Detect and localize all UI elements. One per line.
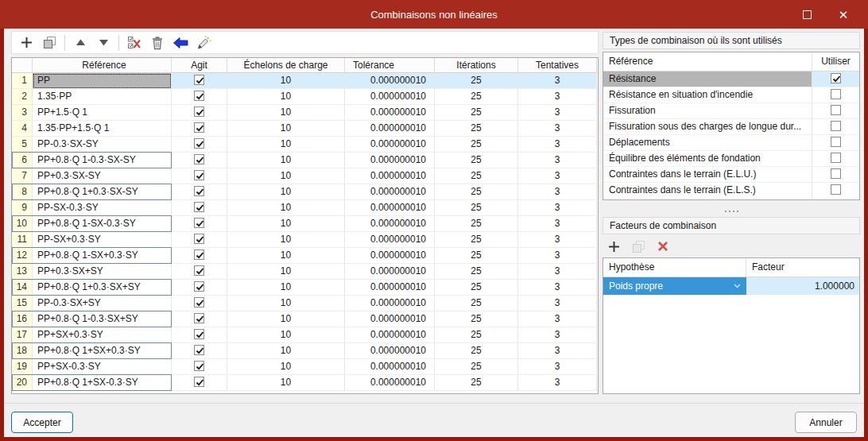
row-number-cell[interactable]: 8 xyxy=(12,184,33,200)
tolerance-cell[interactable]: 0.000000010 xyxy=(345,121,435,137)
echelons-cell[interactable]: 10 xyxy=(227,216,345,232)
cancel-button[interactable]: Annuler xyxy=(795,412,857,433)
table-row[interactable]: 14PP+0.8·Q 1+0.3·SX+SY100.000000010253 xyxy=(12,280,598,296)
echelons-cell[interactable]: 10 xyxy=(227,168,345,184)
row-number-cell[interactable]: 7 xyxy=(12,168,33,184)
column-header[interactable]: Hypothèse xyxy=(603,258,746,277)
agit-cell[interactable] xyxy=(172,153,227,168)
agit-checkbox[interactable] xyxy=(194,122,204,133)
table-row[interactable]: 19PP+SX-0.3·SY100.000000010253 xyxy=(12,359,598,375)
iterations-cell[interactable]: 25 xyxy=(435,343,518,359)
tentatives-cell[interactable]: 3 xyxy=(518,296,597,311)
echelons-cell[interactable]: 10 xyxy=(227,153,345,168)
iterations-cell[interactable]: 25 xyxy=(435,73,518,89)
tentatives-cell[interactable]: 3 xyxy=(518,73,597,89)
table-row[interactable]: 12PP+0.8·Q 1-SX+0.3·SY100.000000010253 xyxy=(12,248,598,264)
tolerance-cell[interactable]: 0.000000010 xyxy=(345,200,435,216)
reference-cell[interactable]: PP-0.3·SX-SY xyxy=(33,137,172,153)
agit-cell[interactable] xyxy=(172,343,227,359)
agit-cell[interactable] xyxy=(172,311,227,327)
echelons-cell[interactable]: 10 xyxy=(227,121,345,137)
row-number-cell[interactable]: 1 xyxy=(12,73,33,89)
reference-cell[interactable]: PP+SX+0.3·SY xyxy=(33,327,172,343)
reference-cell[interactable]: PP+0.8·Q 1-SX-0.3·SY xyxy=(33,216,172,232)
echelons-cell[interactable]: 10 xyxy=(227,343,345,359)
iterations-cell[interactable]: 25 xyxy=(435,359,518,375)
utiliser-cell[interactable] xyxy=(812,119,859,135)
utiliser-cell[interactable] xyxy=(812,72,859,87)
tolerance-cell[interactable]: 0.000000010 xyxy=(345,343,435,359)
agit-cell[interactable] xyxy=(172,89,227,105)
table-row[interactable]: 7PP+0.3·SX-SY100.000000010253 xyxy=(12,168,598,184)
reference-cell[interactable]: PP+0.8·Q 1-SX+0.3·SY xyxy=(33,248,172,264)
echelons-cell[interactable]: 10 xyxy=(227,73,345,89)
tolerance-cell[interactable]: 0.000000010 xyxy=(345,168,435,184)
tolerance-cell[interactable]: 0.000000010 xyxy=(345,296,435,311)
type-label-cell[interactable]: Contraintes dans le terrain (E.L.U.) xyxy=(603,167,812,183)
tolerance-cell[interactable]: 0.000000010 xyxy=(345,137,435,153)
utiliser-cell[interactable] xyxy=(812,183,859,199)
tentatives-cell[interactable]: 3 xyxy=(518,248,597,264)
reference-cell[interactable]: PP+0.8·Q 1-0.3·SX-SY xyxy=(33,153,172,168)
agit-checkbox[interactable] xyxy=(194,250,204,260)
utiliser-cell[interactable] xyxy=(812,167,859,183)
types-row[interactable]: Équilibre des éléments de fondation xyxy=(603,151,859,167)
table-row[interactable]: 5PP-0.3·SX-SY100.000000010253 xyxy=(12,137,598,153)
move-up-button[interactable] xyxy=(71,33,90,52)
agit-cell[interactable] xyxy=(172,296,227,311)
agit-checkbox[interactable] xyxy=(194,218,204,228)
agit-checkbox[interactable] xyxy=(194,106,204,117)
tentatives-cell[interactable]: 3 xyxy=(518,200,597,216)
table-row[interactable]: 20PP+0.8·Q 1+SX-0.3·SY100.000000010253 xyxy=(12,375,598,391)
reference-cell[interactable]: PP+0.8·Q 1+SX+0.3·SY xyxy=(33,343,172,359)
agit-checkbox[interactable] xyxy=(194,234,204,244)
agit-cell[interactable] xyxy=(172,168,227,184)
table-row[interactable]: 10PP+0.8·Q 1-SX-0.3·SY100.000000010253 xyxy=(12,216,598,232)
echelons-cell[interactable]: 10 xyxy=(227,264,345,280)
agit-cell[interactable] xyxy=(172,248,227,264)
agit-cell[interactable] xyxy=(172,105,227,121)
row-number-cell[interactable]: 4 xyxy=(12,121,33,137)
table-row[interactable]: 17PP+SX+0.3·SY100.000000010253 xyxy=(12,327,598,343)
tentatives-cell[interactable]: 3 xyxy=(518,359,597,375)
agit-checkbox[interactable] xyxy=(194,345,204,355)
echelons-cell[interactable]: 10 xyxy=(227,296,345,311)
row-number-cell[interactable]: 5 xyxy=(12,137,33,153)
column-header[interactable]: Échelons de charge xyxy=(227,58,345,73)
echelons-cell[interactable]: 10 xyxy=(227,327,345,343)
reference-cell[interactable]: PP+0.8·Q 1+0.3·SX+SY xyxy=(33,280,172,296)
reference-cell[interactable]: PP-SX+0.3·SY xyxy=(33,232,172,248)
table-row[interactable]: 16PP+0.8·Q 1-0.3·SX+SY100.000000010253 xyxy=(12,311,598,327)
reference-cell[interactable]: PP+0.8·Q 1+0.3·SX-SY xyxy=(33,184,172,200)
row-number-cell[interactable]: 9 xyxy=(12,200,33,216)
reference-cell[interactable]: PP+0.3·SX-SY xyxy=(33,168,172,184)
utiliser-checkbox[interactable] xyxy=(831,121,841,131)
reference-cell[interactable]: PP xyxy=(33,73,172,89)
tolerance-cell[interactable]: 0.000000010 xyxy=(345,375,435,391)
tolerance-cell[interactable]: 0.000000010 xyxy=(345,327,435,343)
tolerance-cell[interactable]: 0.000000010 xyxy=(345,89,435,105)
tentatives-cell[interactable]: 3 xyxy=(518,375,597,391)
echelons-cell[interactable]: 10 xyxy=(227,280,345,296)
agit-checkbox[interactable] xyxy=(194,361,204,371)
copy-button[interactable] xyxy=(40,33,59,52)
agit-cell[interactable] xyxy=(172,375,227,391)
types-row[interactable]: Fissuration xyxy=(603,103,859,119)
tentatives-cell[interactable]: 3 xyxy=(518,168,597,184)
column-header[interactable]: Utiliser xyxy=(812,52,859,72)
delete-button[interactable] xyxy=(148,33,167,52)
close-button[interactable]: ✕ xyxy=(825,0,862,29)
agit-cell[interactable] xyxy=(172,232,227,248)
utiliser-checkbox[interactable] xyxy=(831,184,841,195)
types-row[interactable]: Contraintes dans le terrain (E.L.U.) xyxy=(603,167,859,183)
tolerance-cell[interactable]: 0.000000010 xyxy=(345,248,435,264)
reference-cell[interactable]: PP+1.5·Q 1 xyxy=(33,105,172,121)
type-label-cell[interactable]: Résistance xyxy=(603,72,812,87)
types-row[interactable]: Résistance en situation d'incendie xyxy=(603,87,859,103)
agit-cell[interactable] xyxy=(172,327,227,343)
reference-cell[interactable]: PP+0.8·Q 1-0.3·SX+SY xyxy=(33,311,172,327)
agit-cell[interactable] xyxy=(172,280,227,296)
type-label-cell[interactable]: Déplacements xyxy=(603,135,812,151)
tentatives-cell[interactable]: 3 xyxy=(518,232,597,248)
table-row[interactable]: 15PP-0.3·SX+SY100.000000010253 xyxy=(12,296,598,311)
